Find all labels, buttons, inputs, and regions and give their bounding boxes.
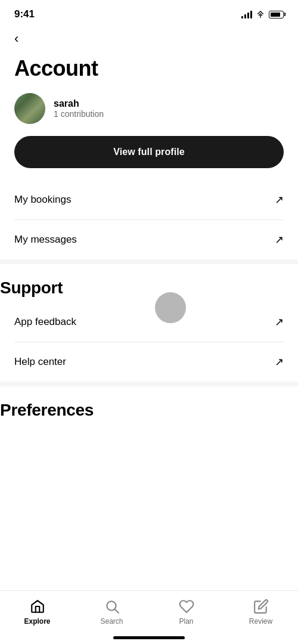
external-link-icon-2: ↗ [275, 233, 284, 246]
account-menu: My bookings ↗ My messages ↗ [14, 180, 284, 259]
my-messages-label: My messages [14, 234, 77, 246]
help-center-item[interactable]: Help center ↗ [14, 342, 284, 382]
back-arrow-icon: ‹ [14, 31, 18, 47]
profile-info: sarah 1 contribution [54, 98, 104, 119]
profile-name: sarah [54, 98, 104, 109]
home-indicator [113, 636, 185, 639]
external-link-icon-4: ↗ [275, 355, 284, 369]
avatar-image [14, 93, 45, 124]
preferences-fade [0, 420, 298, 438]
nav-review-label: Review [249, 617, 272, 626]
status-icons [241, 10, 284, 18]
nav-explore[interactable]: Explore [0, 598, 74, 628]
my-bookings-item[interactable]: My bookings ↗ [14, 180, 284, 220]
view-profile-button[interactable]: View full profile [14, 136, 284, 168]
help-center-label: Help center [14, 356, 66, 368]
page-title: Account [14, 56, 284, 81]
app-feedback-label: App feedback [14, 316, 76, 328]
nav-explore-label: Explore [24, 617, 50, 626]
heart-icon [178, 598, 195, 615]
profile-contributions: 1 contribution [54, 109, 104, 119]
nav-plan[interactable]: Plan [149, 598, 224, 628]
my-bookings-label: My bookings [14, 194, 71, 206]
nav-search[interactable]: Search [74, 598, 149, 628]
external-link-icon: ↗ [275, 193, 284, 206]
nav-plan-label: Plan [179, 617, 193, 626]
home-icon [29, 598, 46, 615]
avatar [14, 93, 45, 124]
nav-search-label: Search [100, 617, 123, 626]
section-divider-1 [0, 259, 298, 264]
section-divider-2 [0, 382, 298, 386]
preferences-section: Preferences [0, 386, 298, 438]
support-section: Support App feedback ↗ Help center ↗ [0, 264, 298, 382]
preferences-heading: Preferences [0, 389, 298, 420]
nav-review[interactable]: Review [224, 598, 298, 628]
status-time: 9:41 [14, 8, 35, 20]
external-link-icon-3: ↗ [275, 315, 284, 329]
svg-line-2 [114, 609, 118, 613]
edit-icon [253, 598, 269, 615]
back-button[interactable]: ‹ [0, 26, 298, 51]
profile-section: sarah 1 contribution [14, 93, 284, 124]
wifi-icon [256, 11, 265, 18]
signal-icon [241, 10, 252, 18]
my-messages-item[interactable]: My messages ↗ [14, 220, 284, 259]
support-heading: Support [0, 264, 298, 302]
search-icon [104, 598, 120, 615]
battery-icon [269, 11, 284, 18]
status-bar: 9:41 [0, 0, 298, 26]
app-feedback-item[interactable]: App feedback ↗ [14, 302, 284, 342]
svg-point-0 [260, 17, 261, 18]
